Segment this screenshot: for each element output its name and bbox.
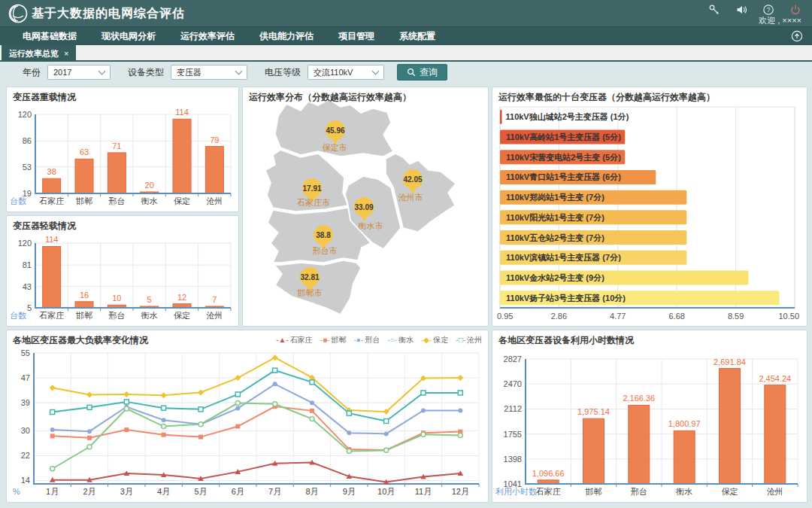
year-value: 2017 xyxy=(53,68,71,77)
svg-text:2,166.36: 2,166.36 xyxy=(623,394,655,403)
svg-text:1,096.66: 1,096.66 xyxy=(532,469,565,478)
svg-text:2827: 2827 xyxy=(504,354,522,364)
svg-text:保定: 保定 xyxy=(174,196,190,205)
tab-efficiency-overview[interactable]: 运行效率总览 × xyxy=(2,45,76,62)
tab-label: 运行效率总览 xyxy=(9,48,59,59)
svg-text:邯郸: 邯郸 xyxy=(75,196,92,205)
svg-text:110kV五仓站2号主变 (7分): 110kV五仓站2号主变 (7分) xyxy=(506,233,604,242)
voltage-level-label: 电压等级 xyxy=(265,66,301,79)
svg-text:衡水市: 衡水市 xyxy=(358,221,383,230)
app-root: 基于大数据的电网综合评估 ? 欢迎 , ×××× 电网基础数据 现状电网分析 xyxy=(0,0,812,508)
svg-text:?: ? xyxy=(767,6,771,14)
tab-close-icon[interactable]: × xyxy=(64,49,68,58)
svg-text:6月: 6月 xyxy=(232,487,244,496)
svg-text:10: 10 xyxy=(112,294,121,303)
welcome-text: 欢迎 , ×××× xyxy=(759,15,801,26)
year-select[interactable]: 2017 xyxy=(47,65,111,80)
nav-item-system-config[interactable]: 系统配置 xyxy=(399,30,435,43)
svg-text:7月: 7月 xyxy=(268,487,281,496)
device-type-select[interactable]: 变压器 xyxy=(171,65,247,80)
svg-text:4.77: 4.77 xyxy=(610,312,626,321)
power-icon[interactable] xyxy=(789,4,801,16)
panel-top10-transformers: 运行效率最低的十台变压器（分数越高运行效率越高） 0.952.864.776.6… xyxy=(492,87,807,327)
chevron-down-icon xyxy=(98,68,106,75)
svg-text:30: 30 xyxy=(21,426,30,435)
svg-text:台数: 台数 xyxy=(10,311,26,320)
svg-text:1755: 1755 xyxy=(504,430,522,439)
svg-text:5: 5 xyxy=(147,295,152,304)
svg-text:2,691.84: 2,691.84 xyxy=(714,357,746,367)
nav-item-supply-capability[interactable]: 供电能力评估 xyxy=(259,30,314,43)
svg-text:石家庄: 石家庄 xyxy=(536,487,561,496)
svg-text:55: 55 xyxy=(21,348,30,357)
svg-text:114: 114 xyxy=(175,108,189,117)
svg-text:12月: 12月 xyxy=(452,487,469,496)
panel-utilization-hours: 各地区变压器设备利用小时数情况 104113981755211224702827… xyxy=(492,330,807,503)
svg-text:邯郸: 邯郸 xyxy=(585,487,602,496)
line-chart-legend: -▲-石家庄-■-邯郸-●-邢台-○-衡水-◆-保定-□-沧州 xyxy=(276,335,482,345)
panel-max-load-rate: 各地区变压器最大负载率变化情况 -▲-石家庄-■-邯郸-●-邢台-○-衡水-◆-… xyxy=(6,330,489,503)
svg-text:石家庄: 石家庄 xyxy=(39,196,64,205)
svg-text:38.8: 38.8 xyxy=(316,231,331,239)
svg-text:42.05: 42.05 xyxy=(403,175,422,184)
key-icon[interactable] xyxy=(708,4,720,16)
svg-text:2,454.24: 2,454.24 xyxy=(759,374,791,383)
svg-text:保定: 保定 xyxy=(722,487,738,496)
svg-text:2112: 2112 xyxy=(504,404,522,413)
svg-text:1398: 1398 xyxy=(504,455,522,464)
legend-item[interactable]: -■-邯郸 xyxy=(320,335,347,345)
svg-text:10.50: 10.50 xyxy=(778,312,799,321)
overload-bar-chart: 19538612038石家庄63邯郸71邢台20衡水114保定79沧州台数 xyxy=(8,104,237,210)
lightload-bar-chart: 54381120114石家庄16邯郸10邢台5衡水12保定7沧州台数 xyxy=(8,233,237,324)
svg-text:1月: 1月 xyxy=(46,487,59,496)
svg-text:5月: 5月 xyxy=(194,487,207,496)
svg-text:5: 5 xyxy=(27,303,32,312)
nav-item-current-grid[interactable]: 现状电网分析 xyxy=(102,30,156,43)
svg-text:63: 63 xyxy=(80,148,89,157)
svg-text:81: 81 xyxy=(23,260,32,269)
svg-text:邢台: 邢台 xyxy=(631,487,647,496)
nav-item-grid-base-data[interactable]: 电网基础数据 xyxy=(23,30,77,43)
nav-item-efficiency-eval[interactable]: 运行效率评估 xyxy=(180,30,235,43)
voltage-level-select[interactable]: 交流110kV xyxy=(308,65,384,80)
nav-item-project-mgmt[interactable]: 项目管理 xyxy=(338,30,374,43)
speaker-icon[interactable] xyxy=(735,4,747,16)
search-button[interactable]: 查询 xyxy=(397,64,447,81)
panel-transformer-lightload: 变压器轻载情况 54381120114石家庄16邯郸10邢台5衡水12保定7沧州… xyxy=(6,215,239,327)
svg-text:32.81: 32.81 xyxy=(300,273,319,281)
svg-text:17.91: 17.91 xyxy=(302,184,321,193)
legend-item[interactable]: -◆-保定 xyxy=(421,335,448,345)
help-icon[interactable]: ? xyxy=(762,4,774,16)
svg-text:39: 39 xyxy=(21,398,30,407)
legend-item[interactable]: -○-衡水 xyxy=(387,335,414,345)
svg-text:沧州市: 沧州市 xyxy=(398,193,423,202)
svg-text:利用小时数: 利用小时数 xyxy=(495,487,537,496)
svg-text:2.86: 2.86 xyxy=(551,312,567,321)
filter-bar: 年份 2017 设备类型 变压器 电压等级 交流110kV 查询 xyxy=(0,63,812,81)
chevron-down-icon xyxy=(372,68,380,75)
svg-text:110kV金水站2号主变 (9分): 110kV金水站2号主变 (9分) xyxy=(506,273,604,282)
panel-title: 变压器轻载情况 xyxy=(13,220,76,233)
svg-text:20: 20 xyxy=(145,181,154,190)
legend-item[interactable]: -▲-石家庄 xyxy=(276,335,313,345)
svg-text:沧州: 沧州 xyxy=(206,311,223,320)
svg-text:邯郸: 邯郸 xyxy=(75,311,92,320)
svg-text:79: 79 xyxy=(210,135,219,144)
svg-text:120: 120 xyxy=(18,239,32,248)
svg-text:邢台市: 邢台市 xyxy=(313,246,338,255)
legend-item[interactable]: -□-沧州 xyxy=(456,335,482,345)
top10-hbar-chart: 0.952.864.776.688.5910.50110kV独山城站2号主变压器… xyxy=(494,104,805,324)
panel-title: 运行效率分布（分数越高运行效率越高） xyxy=(249,91,411,104)
svg-text:86: 86 xyxy=(23,136,32,145)
app-logo-icon xyxy=(8,3,29,24)
legend-item[interactable]: -●-邢台 xyxy=(354,335,380,345)
svg-text:16: 16 xyxy=(80,291,89,300)
svg-text:1,800.97: 1,800.97 xyxy=(668,419,701,428)
svg-text:邢台: 邢台 xyxy=(108,196,125,205)
utilization-bar-chart: 1041139817552112247028271,096.66石家庄1,975… xyxy=(494,347,805,500)
svg-text:110kV高岭站1号主变压器 (5分): 110kV高岭站1号主变压器 (5分) xyxy=(506,132,621,141)
scroll-top-icon[interactable] xyxy=(791,30,803,42)
max-load-line-chart: 1422303947551月2月3月4月5月6月7月8月9月10月11月12月% xyxy=(8,348,486,500)
svg-text:衡水: 衡水 xyxy=(141,311,158,320)
svg-text:6.68: 6.68 xyxy=(668,312,684,321)
